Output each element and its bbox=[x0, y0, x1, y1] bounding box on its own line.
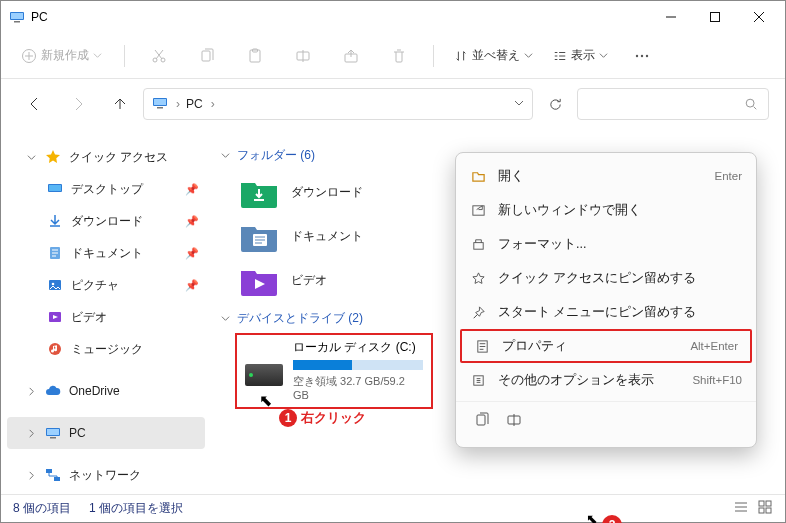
svg-rect-38 bbox=[759, 501, 764, 506]
sort-label: 並べ替え bbox=[472, 47, 520, 64]
folder-label: ビデオ bbox=[291, 272, 327, 289]
rename-icon[interactable] bbox=[506, 412, 524, 431]
sidebar: クイック アクセス デスクトップ 📌 ダウンロード 📌 ドキュメント 📌 ピクチ… bbox=[1, 129, 211, 494]
music-icon bbox=[47, 341, 63, 357]
svg-point-13 bbox=[641, 54, 643, 56]
sidebar-item-onedrive[interactable]: OneDrive bbox=[7, 375, 205, 407]
minimize-button[interactable] bbox=[649, 2, 693, 32]
svg-point-14 bbox=[646, 54, 648, 56]
sidebar-label: ピクチャ bbox=[71, 277, 119, 294]
toolbar: 新規作成 並べ替え 表示 bbox=[1, 33, 785, 79]
cursor-icon: ⬉ bbox=[259, 391, 272, 410]
sort-button[interactable]: 並べ替え bbox=[448, 39, 539, 73]
status-selected: 1 個の項目を選択 bbox=[89, 500, 183, 517]
view-list-icon[interactable] bbox=[733, 499, 749, 518]
chevron-right-icon: › bbox=[211, 97, 215, 111]
pictures-icon bbox=[47, 277, 63, 293]
ctx-format[interactable]: フォーマット... bbox=[456, 227, 756, 261]
maximize-button[interactable] bbox=[693, 2, 737, 32]
copy-icon[interactable] bbox=[474, 412, 492, 431]
separator bbox=[124, 45, 125, 67]
status-item-count: 8 個の項目 bbox=[13, 500, 71, 517]
video-icon bbox=[47, 309, 63, 325]
new-window-icon bbox=[470, 203, 486, 218]
download-folder-icon bbox=[239, 175, 279, 209]
cloud-icon bbox=[45, 383, 61, 399]
context-menu: 開く Enter 新しいウィンドウで開く フォーマット... クイック アクセス… bbox=[455, 152, 757, 448]
forward-button[interactable] bbox=[59, 87, 97, 121]
window: PC 新規作成 並べ替え 表示 bbox=[0, 0, 786, 523]
sidebar-item-videos[interactable]: ビデオ bbox=[7, 301, 205, 333]
ctx-open[interactable]: 開く Enter bbox=[456, 159, 756, 193]
sidebar-item-pc[interactable]: PC bbox=[7, 417, 205, 449]
new-button[interactable]: 新規作成 bbox=[15, 39, 110, 73]
chevron-down-icon bbox=[221, 149, 233, 163]
sidebar-item-music[interactable]: ミュージック bbox=[7, 333, 205, 365]
pin-icon: 📌 bbox=[185, 247, 205, 260]
ctx-pin-start[interactable]: スタート メニューにピン留めする bbox=[456, 295, 756, 329]
ctx-icon-row bbox=[456, 401, 756, 441]
view-grid-icon[interactable] bbox=[757, 499, 773, 518]
svg-rect-3 bbox=[711, 13, 720, 22]
sidebar-label: デスクトップ bbox=[71, 181, 143, 198]
svg-rect-2 bbox=[14, 21, 20, 23]
sidebar-item-quick[interactable]: クイック アクセス bbox=[7, 141, 205, 173]
svg-point-23 bbox=[52, 283, 55, 286]
svg-rect-40 bbox=[759, 508, 764, 513]
sidebar-item-desktop[interactable]: デスクトップ 📌 bbox=[7, 173, 205, 205]
ctx-more-options[interactable]: その他のオプションを表示 Shift+F10 bbox=[456, 363, 756, 397]
back-button[interactable] bbox=[17, 87, 55, 121]
chevron-right-icon: › bbox=[176, 97, 180, 111]
close-button[interactable] bbox=[737, 2, 781, 32]
delete-button[interactable] bbox=[379, 39, 419, 73]
svg-rect-33 bbox=[473, 242, 482, 249]
pc-icon bbox=[152, 95, 168, 114]
folder-label: ダウンロード bbox=[291, 184, 363, 201]
sidebar-label: ダウンロード bbox=[71, 213, 143, 230]
sidebar-label: ドキュメント bbox=[71, 245, 143, 262]
pc-icon bbox=[9, 9, 25, 25]
share-button[interactable] bbox=[331, 39, 371, 73]
window-title: PC bbox=[31, 10, 48, 24]
pc-icon bbox=[45, 425, 61, 441]
ctx-open-new-window[interactable]: 新しいウィンドウで開く bbox=[456, 193, 756, 227]
svg-point-18 bbox=[746, 99, 754, 107]
more-button[interactable] bbox=[622, 39, 662, 73]
pin-icon bbox=[470, 305, 486, 320]
svg-rect-17 bbox=[157, 107, 163, 109]
up-button[interactable] bbox=[101, 87, 139, 121]
network-icon bbox=[45, 467, 61, 483]
ctx-pin-quick[interactable]: クイック アクセスにピン留めする bbox=[456, 261, 756, 295]
download-icon bbox=[47, 213, 63, 229]
copy-button[interactable] bbox=[187, 39, 227, 73]
ctx-properties[interactable]: プロパティ Alt+Enter ⬉ 2 bbox=[460, 329, 752, 363]
sidebar-label: ミュージック bbox=[71, 341, 143, 358]
sidebar-item-pictures[interactable]: ピクチャ 📌 bbox=[7, 269, 205, 301]
sidebar-item-downloads[interactable]: ダウンロード 📌 bbox=[7, 205, 205, 237]
folder-open-icon bbox=[470, 169, 486, 184]
cut-button[interactable] bbox=[139, 39, 179, 73]
document-folder-icon bbox=[239, 219, 279, 253]
sidebar-item-documents[interactable]: ドキュメント 📌 bbox=[7, 237, 205, 269]
cursor-icon: ⬉ bbox=[586, 511, 598, 523]
svg-rect-28 bbox=[50, 437, 56, 439]
chevron-right-icon bbox=[25, 429, 37, 438]
svg-point-12 bbox=[636, 54, 638, 56]
chevron-right-icon bbox=[25, 471, 37, 480]
breadcrumb[interactable]: › PC › bbox=[143, 88, 533, 120]
status-bar: 8 個の項目 1 個の項目を選択 bbox=[1, 494, 785, 522]
format-icon bbox=[470, 237, 486, 252]
svg-rect-30 bbox=[54, 477, 60, 481]
separator bbox=[433, 45, 434, 67]
chevron-down-icon[interactable] bbox=[514, 97, 524, 111]
rename-button[interactable] bbox=[283, 39, 323, 73]
svg-rect-39 bbox=[766, 501, 771, 506]
search-input[interactable] bbox=[577, 88, 769, 120]
sidebar-item-network[interactable]: ネットワーク bbox=[7, 459, 205, 491]
svg-rect-27 bbox=[47, 429, 59, 435]
paste-button[interactable] bbox=[235, 39, 275, 73]
view-button[interactable]: 表示 bbox=[547, 39, 614, 73]
nav-row: › PC › bbox=[1, 79, 785, 129]
properties-icon bbox=[474, 339, 490, 354]
refresh-button[interactable] bbox=[537, 88, 573, 120]
